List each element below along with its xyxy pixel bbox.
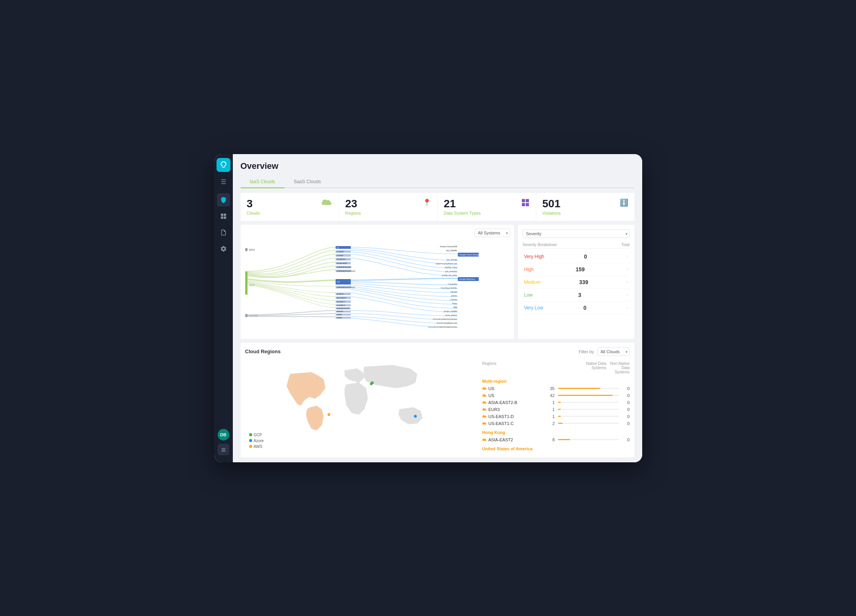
pin-icon: 📍 [423, 198, 431, 207]
all-systems-select-wrapper[interactable]: All Systems [475, 229, 510, 237]
cloud-regions-section: Cloud Regions Filter by All Clouds [241, 343, 634, 457]
sidebar-bottom: DB [218, 429, 229, 458]
clouds-label: Clouds [247, 211, 333, 215]
svg-text:US: US [336, 280, 340, 283]
cloud-icon [322, 198, 333, 208]
svg-text:northamerica-east1: northamerica-east1 [336, 266, 351, 268]
world-map-area: GCP Azure AWS [245, 360, 476, 453]
main-panels: All Systems AWS GCP AZURE us [241, 225, 634, 339]
severity-row-medium[interactable]: Medium 339 › [523, 276, 630, 289]
svg-text:us-east1-d: us-east1-d [336, 304, 345, 306]
gcp-cloud-icon-4 [482, 408, 487, 411]
svg-point-70 [327, 413, 330, 416]
sankey-controls: All Systems [244, 229, 510, 237]
datasystems-label: Data System Types [444, 211, 530, 215]
svg-text:us-east1-c: us-east1-c [336, 300, 345, 302]
severity-row-very-low[interactable]: Very Low 0 › [523, 302, 630, 314]
sidebar-nav [217, 193, 230, 429]
bar-fill-6 [558, 423, 563, 424]
svg-text:us-west2: us-west2 [336, 250, 343, 252]
tab-iaas-clouds[interactable]: IaaS Clouds [241, 176, 284, 188]
user-avatar[interactable]: DB [218, 429, 229, 441]
bar-fill-2 [558, 395, 613, 396]
very-low-label: Very Low [524, 305, 543, 311]
page-title: Overview [241, 161, 634, 171]
cloud-filter-select[interactable]: All Clouds [597, 347, 630, 356]
svg-text:Amazon DynamoDB: Amazon DynamoDB [440, 245, 457, 247]
bar-fill-5 [558, 416, 561, 417]
region-bar-5 [558, 416, 619, 417]
sidebar-item-reports[interactable] [217, 226, 230, 239]
very-low-count: 0 [584, 305, 587, 311]
severity-breakdown-header: Severity Breakdown Total [523, 241, 630, 249]
bottom-bar: 💬 Upgrade to meet Auti, the conversation… [241, 461, 634, 462]
region-row-us-east1-c: US-EAST1-C 2 0 [482, 420, 630, 427]
aws-label: AWS [254, 444, 262, 449]
gcp-cloud-icon-3 [482, 401, 487, 404]
severity-dropdown[interactable]: Severity [523, 229, 630, 238]
high-label: High [524, 267, 534, 272]
group-multi-region: Multi-region [482, 379, 630, 383]
svg-text:us: us [336, 246, 339, 248]
filter-row: Filter by All Clouds [579, 347, 629, 356]
high-chevron: › [627, 267, 628, 271]
cloud-filter-select-wrapper[interactable]: All Clouds [597, 347, 630, 356]
nonnative-col-header: Non-Native Data Systems [606, 361, 630, 374]
region-bar-2 [558, 395, 619, 396]
svg-text:US-WEST2: US-WEST2 [336, 258, 345, 260]
menu-icon[interactable]: ☰ [221, 178, 226, 186]
sidebar-item-settings[interactable] [217, 242, 230, 255]
tabs-row: IaaS Clouds SaaS Clouds [241, 176, 634, 188]
low-count: 3 [578, 292, 581, 298]
high-count: 159 [575, 266, 584, 272]
world-map-svg [245, 360, 476, 437]
severity-row-low[interactable]: Low 3 › [523, 289, 630, 302]
svg-text:australiacentral2: australiacentral2 [336, 307, 349, 309]
regions-col-header: Regions [482, 361, 583, 374]
regions-section-header: Cloud Regions Filter by All Clouds [245, 347, 630, 356]
region-row-us-2: US 42 0 [482, 392, 630, 399]
stat-card-datasystems: 21 Data System Types [438, 193, 536, 221]
svg-rect-8 [245, 314, 247, 317]
main-content: Overview IaaS Clouds SaaS Clouds 3 Cloud… [233, 154, 642, 462]
svg-text:westus: westus [336, 316, 342, 318]
azure-label: Azure [254, 439, 264, 443]
all-systems-select[interactable]: All Systems [475, 229, 510, 237]
gcp-dot [249, 433, 252, 436]
gcp-cloud-icon-5 [482, 415, 487, 418]
gcp-cloud-icon-7 [482, 438, 487, 442]
svg-rect-6 [245, 271, 247, 295]
app-logo[interactable] [217, 158, 230, 172]
very-high-chevron: › [627, 254, 628, 259]
severity-select-wrapper[interactable]: Severity [523, 229, 630, 238]
stat-card-violations: 501 ℹ️ Violations [536, 193, 634, 221]
region-bar-4 [558, 409, 619, 410]
sidebar: ☰ DB [214, 154, 233, 462]
tab-saas-clouds[interactable]: SaaS Clouds [284, 176, 330, 188]
gcp-cloud-icon-1 [482, 387, 487, 390]
region-name-eur3: EUR3 [482, 407, 543, 412]
region-row-us-1: US 35 0 [482, 385, 630, 392]
regions-layout: GCP Azure AWS R [245, 360, 630, 453]
regions-table: Regions Native Data Systems Non-Native D… [482, 360, 630, 453]
very-low-chevron: › [627, 305, 628, 310]
region-bar-hong-kong [558, 439, 619, 440]
violations-count: 501 [542, 198, 561, 209]
region-name-asia: ASIA-EAST2-B [482, 400, 543, 405]
legend-aws: AWS [249, 444, 264, 449]
sankey-chart: AWS GCP AZURE us us-west2 us-east1 US-WE… [244, 240, 510, 333]
medium-count: 339 [579, 279, 588, 285]
svg-rect-0 [522, 199, 525, 202]
severity-row-very-high[interactable]: Very High 0 › [523, 250, 630, 263]
apps-grid-icon[interactable] [218, 444, 229, 455]
datasystem-icon [521, 198, 530, 209]
sidebar-item-dashboard[interactable] [217, 210, 230, 223]
stat-card-clouds: 3 Clouds [241, 193, 339, 221]
region-row-asia-east2: ASIA-EAST2 8 0 [482, 436, 630, 443]
svg-rect-1 [525, 199, 529, 202]
severity-row-high[interactable]: High 159 › [523, 263, 630, 276]
sidebar-item-shield[interactable] [217, 193, 230, 206]
svg-rect-3 [525, 203, 529, 206]
medium-chevron: › [627, 280, 628, 284]
severity-breakdown-label: Severity Breakdown [523, 243, 557, 247]
